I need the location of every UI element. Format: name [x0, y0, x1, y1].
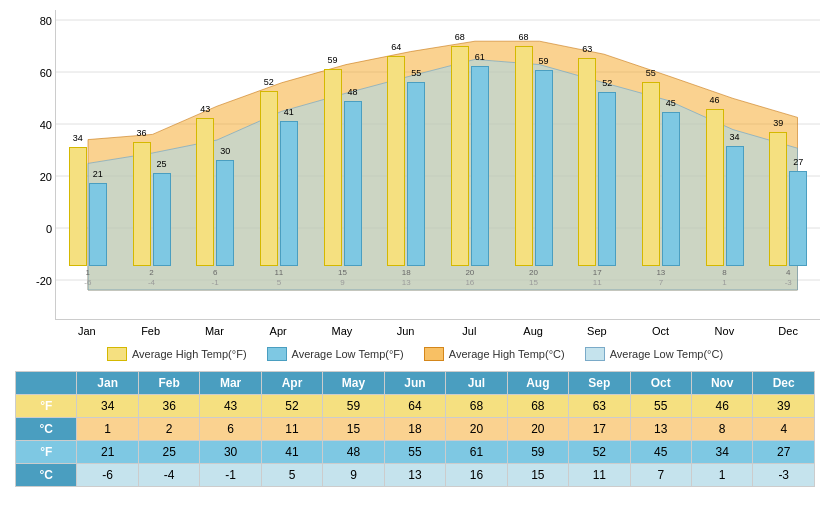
td: 34: [77, 395, 138, 418]
td: 59: [507, 441, 568, 464]
jan-high-f-label: 34: [73, 133, 83, 143]
x-feb: Feb: [119, 325, 183, 337]
td: 1: [77, 418, 138, 441]
td: 9: [323, 464, 384, 487]
jun-low-c-label: 18: [402, 268, 411, 277]
table-row-high-f: °F 34 36 43 52 59 64 68 68 63 55 46 39: [16, 395, 815, 418]
oct-low-f-label: 45: [666, 98, 676, 108]
td: 25: [138, 441, 199, 464]
nov-high-f-bar: [706, 109, 724, 266]
jun-high-f-bar: [387, 56, 405, 266]
td: 13: [630, 418, 691, 441]
x-sep: Sep: [565, 325, 629, 337]
apr-low-f-bar: [280, 121, 298, 266]
feb-low-f-bar: [153, 173, 171, 266]
td: 15: [323, 418, 384, 441]
jul-low-f-bar: [471, 66, 489, 266]
table-unit-low-c: °C: [16, 464, 77, 487]
jan-high-c-label: -6: [84, 278, 91, 287]
y-0: 0: [46, 223, 52, 235]
month-apr: 52 41 11 5: [247, 91, 311, 287]
td: 17: [569, 418, 630, 441]
month-sep: 63 52 17 11: [565, 58, 629, 287]
aug-high-f-bar: [515, 46, 533, 266]
legend-high-c: Average High Temp(°C): [424, 347, 565, 361]
aug-low-c-label: 20: [529, 268, 538, 277]
table-row-high-c: °C 1 2 6 11 15 18 20 20 17 13 8 4: [16, 418, 815, 441]
td: 15: [507, 464, 568, 487]
apr-low-f-label: 41: [284, 107, 294, 117]
jan-high-f-bar: [69, 147, 87, 266]
month-jun: 64 55 18 13: [374, 56, 438, 287]
x-jul: Jul: [438, 325, 502, 337]
table-header-mar: Mar: [200, 372, 261, 395]
legend-low-f-box: [267, 347, 287, 361]
nov-low-f-bar: [726, 146, 744, 266]
td: 68: [446, 395, 507, 418]
x-may: May: [310, 325, 374, 337]
jan-low-f-label: 21: [93, 169, 103, 179]
may-high-c-label: 9: [340, 278, 344, 287]
month-feb: 36 25 2 -4: [120, 142, 184, 287]
td: 55: [384, 441, 445, 464]
td: 20: [507, 418, 568, 441]
month-mar: 43 30 6 -1: [183, 118, 247, 287]
legend: Average High Temp(°F) Average Low Temp(°…: [10, 347, 820, 361]
jul-high-f-bar: [451, 46, 469, 266]
td: 5: [261, 464, 322, 487]
feb-high-f-bar: [133, 142, 151, 266]
td: 68: [507, 395, 568, 418]
y-60: 60: [40, 67, 52, 79]
table-header-jun: Jun: [384, 372, 445, 395]
td: 2: [138, 418, 199, 441]
x-axis: Jan Feb Mar Apr May Jun Jul Aug Sep Oct …: [55, 320, 820, 337]
legend-high-c-box: [424, 347, 444, 361]
x-nov: Nov: [693, 325, 757, 337]
chart-area: 34 21 1 -6: [55, 10, 820, 320]
dec-high-f-bar: [769, 132, 787, 266]
td: 7: [630, 464, 691, 487]
feb-low-c-label: 2: [149, 268, 153, 277]
td: 27: [753, 441, 815, 464]
table-header-sep: Sep: [569, 372, 630, 395]
legend-low-f: Average Low Temp(°F): [267, 347, 404, 361]
td: 11: [261, 418, 322, 441]
table-header-apr: Apr: [261, 372, 322, 395]
sep-high-f-label: 63: [582, 44, 592, 54]
nov-high-f-label: 46: [710, 95, 720, 105]
may-low-c-label: 15: [338, 268, 347, 277]
dec-low-c-label: 4: [786, 268, 790, 277]
jun-high-f-label: 64: [391, 42, 401, 52]
month-may: 59 48 15 9: [311, 69, 375, 287]
jan-low-f-bar: [89, 183, 107, 266]
oct-low-f-bar: [662, 112, 680, 266]
oct-low-c-label: 13: [656, 268, 665, 277]
sep-high-f-bar: [578, 58, 596, 266]
dec-low-f-label: 27: [793, 157, 803, 167]
month-nov: 46 34 8 1: [693, 109, 757, 287]
x-aug: Aug: [501, 325, 565, 337]
td: 52: [569, 441, 630, 464]
legend-low-f-label: Average Low Temp(°F): [292, 348, 404, 360]
x-mar: Mar: [183, 325, 247, 337]
legend-high-f-box: [107, 347, 127, 361]
td: 16: [446, 464, 507, 487]
td: 64: [384, 395, 445, 418]
aug-low-f-bar: [535, 70, 553, 266]
td: 13: [384, 464, 445, 487]
nov-high-c-label: 1: [722, 278, 726, 287]
td: 52: [261, 395, 322, 418]
may-high-f-bar: [324, 69, 342, 266]
x-jun: Jun: [374, 325, 438, 337]
table-header-jan: Jan: [77, 372, 138, 395]
table-header-feb: Feb: [138, 372, 199, 395]
table-unit-high-c: °C: [16, 418, 77, 441]
td: -3: [753, 464, 815, 487]
month-aug: 68 59 20 15: [502, 46, 566, 287]
dec-low-f-bar: [789, 171, 807, 266]
jul-high-c-label: 16: [465, 278, 474, 287]
nov-low-c-label: 8: [722, 268, 726, 277]
td: 39: [753, 395, 815, 418]
td: 30: [200, 441, 261, 464]
table-header-unit: [16, 372, 77, 395]
